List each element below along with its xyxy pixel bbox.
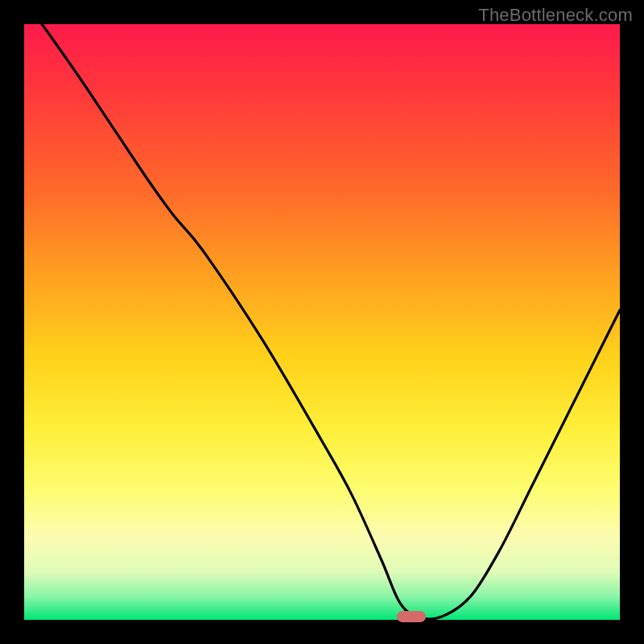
chart-frame: TheBottleneck.com <box>0 0 644 644</box>
optimum-marker <box>397 611 426 622</box>
plot-area <box>24 24 620 620</box>
watermark-text: TheBottleneck.com <box>478 5 633 26</box>
bottleneck-curve <box>24 24 620 620</box>
